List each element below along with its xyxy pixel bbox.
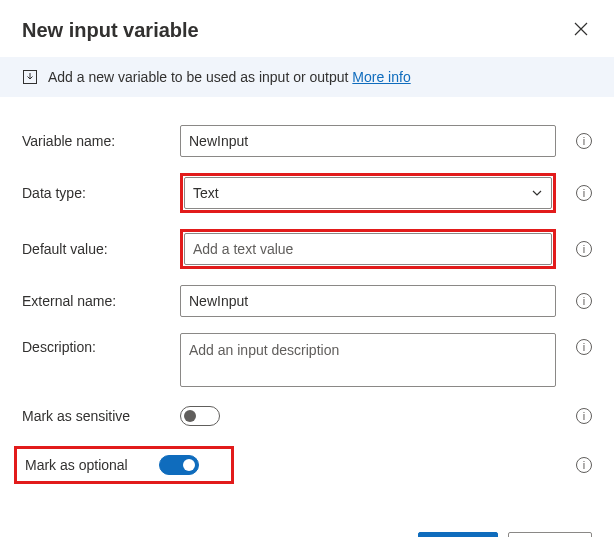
mark-optional-label: Mark as optional bbox=[25, 457, 159, 473]
dialog-footer: Save Cancel bbox=[0, 514, 614, 537]
info-icon[interactable]: i bbox=[576, 185, 592, 201]
external-name-input[interactable] bbox=[180, 285, 556, 317]
banner-text: Add a new variable to be used as input o… bbox=[48, 69, 411, 85]
cancel-button[interactable]: Cancel bbox=[508, 532, 592, 537]
external-name-label: External name: bbox=[22, 293, 172, 309]
info-icon[interactable]: i bbox=[576, 241, 592, 257]
dialog-title: New input variable bbox=[22, 19, 199, 42]
info-icon[interactable]: i bbox=[576, 457, 592, 473]
info-icon[interactable]: i bbox=[576, 293, 592, 309]
data-type-row: Data type: Text i bbox=[22, 173, 592, 213]
default-value-label: Default value: bbox=[22, 241, 172, 257]
download-icon bbox=[22, 69, 38, 85]
mark-sensitive-toggle[interactable] bbox=[180, 406, 220, 426]
dialog-header: New input variable bbox=[0, 0, 614, 57]
description-input[interactable] bbox=[180, 333, 556, 387]
mark-optional-toggle[interactable] bbox=[159, 455, 199, 475]
description-row: Description: i bbox=[22, 333, 592, 390]
close-button[interactable] bbox=[570, 18, 592, 43]
external-name-row: External name: i bbox=[22, 285, 592, 317]
close-icon bbox=[574, 22, 588, 36]
info-banner: Add a new variable to be used as input o… bbox=[0, 57, 614, 97]
toggle-knob bbox=[183, 459, 195, 471]
save-button[interactable]: Save bbox=[418, 532, 498, 537]
default-value-input[interactable] bbox=[184, 233, 552, 265]
default-value-row: Default value: i bbox=[22, 229, 592, 269]
data-type-select[interactable]: Text bbox=[184, 177, 552, 209]
mark-optional-row: Mark as optional i bbox=[22, 446, 592, 484]
info-icon[interactable]: i bbox=[576, 339, 592, 355]
variable-name-row: Variable name: i bbox=[22, 125, 592, 157]
info-icon[interactable]: i bbox=[576, 133, 592, 149]
data-type-value: Text bbox=[193, 185, 219, 201]
mark-sensitive-row: Mark as sensitive i bbox=[22, 406, 592, 426]
new-input-variable-dialog: New input variable Add a new variable to… bbox=[0, 0, 614, 537]
description-label: Description: bbox=[22, 333, 172, 355]
mark-sensitive-label: Mark as sensitive bbox=[22, 408, 172, 424]
variable-name-input[interactable] bbox=[180, 125, 556, 157]
chevron-down-icon bbox=[531, 187, 543, 199]
toggle-knob bbox=[184, 410, 196, 422]
info-icon[interactable]: i bbox=[576, 408, 592, 424]
more-info-link[interactable]: More info bbox=[352, 69, 410, 85]
variable-name-label: Variable name: bbox=[22, 133, 172, 149]
dialog-body: Variable name: i Data type: Text i Defau… bbox=[0, 97, 614, 514]
data-type-label: Data type: bbox=[22, 185, 172, 201]
